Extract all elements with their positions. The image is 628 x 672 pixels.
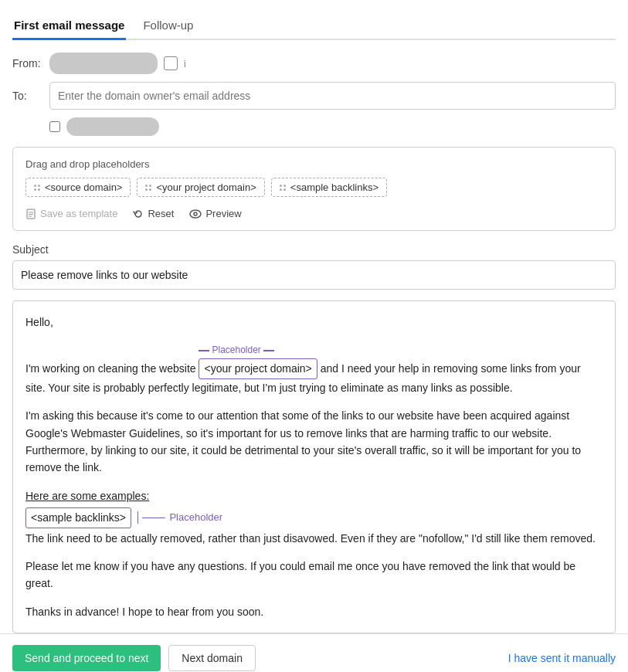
reset-icon [133, 209, 144, 219]
subject-input[interactable] [12, 260, 616, 290]
placeholder-box-title: Drag and drop placeholders [25, 158, 603, 170]
placeholder-tag-label-source: <source domain> [45, 182, 122, 193]
cc-checkbox[interactable] [49, 121, 60, 132]
body-para3-after: The link need to be actually removed, ra… [25, 530, 603, 547]
footer-left: Send and proceed to next Next domain [12, 645, 256, 671]
info-icon[interactable]: i [184, 58, 186, 70]
placeholder-backlinks-label: Placeholder [137, 510, 222, 526]
tab-first-email[interactable]: First email message [12, 12, 126, 40]
svg-point-4 [190, 210, 201, 218]
body-para1: I'm working on cleaning the website Plac… [25, 341, 603, 396]
footer: Send and proceed to next Next domain I h… [0, 633, 628, 672]
vert-line [137, 511, 139, 524]
placeholder-project-label: Placeholder [199, 343, 273, 358]
eye-icon [189, 209, 202, 219]
body-para3-intro: Here are some examples: [25, 487, 603, 504]
preview-label: Preview [205, 208, 241, 219]
tabs: First email message Follow-up [12, 12, 616, 40]
to-input[interactable] [49, 82, 616, 110]
reset-button[interactable]: Reset [133, 208, 174, 219]
placeholder-actions: Save as template Reset Preview [25, 208, 603, 219]
body-greeting: Hello, [25, 314, 603, 331]
subject-label: Subject [12, 243, 616, 256]
body-para5: Thanks in advance! I hope to hear from y… [25, 603, 603, 620]
cc-value [66, 117, 159, 136]
from-value [49, 53, 158, 74]
next-domain-button[interactable]: Next domain [168, 645, 256, 671]
placeholder-tag-label-project: <your project domain> [156, 182, 256, 193]
horiz-line [142, 518, 165, 519]
save-template-label: Save as template [40, 208, 117, 219]
body-area[interactable]: Hello, I'm working on cleaning the websi… [12, 300, 616, 633]
body-para1-before: I'm working on cleaning the website [25, 362, 199, 375]
body-placeholder-project: <your project domain> [199, 358, 317, 378]
placeholder-project-wrapper: Placeholder <your project domain> [199, 358, 317, 378]
placeholder-tag-project[interactable]: <your project domain> [137, 178, 264, 197]
file-icon [25, 209, 36, 219]
from-row: From: i [12, 53, 616, 74]
manual-link-button[interactable]: I have sent it manually [508, 652, 616, 664]
svg-point-5 [194, 212, 197, 216]
body-placeholder-backlinks: <sample backlinks> [25, 507, 131, 528]
body-para3-intro-text: Here are some examples: [25, 490, 149, 502]
to-label: To: [12, 90, 43, 102]
send-proceed-button[interactable]: Send and proceed to next [12, 645, 161, 671]
preview-button[interactable]: Preview [189, 208, 241, 219]
placeholder-tag-source[interactable]: <source domain> [25, 178, 131, 197]
drag-handle-project [145, 185, 151, 191]
body-para3-placeholder-row: <sample backlinks> Placeholder [25, 507, 603, 528]
checkbox-row [49, 117, 616, 136]
from-label: From: [12, 57, 43, 70]
to-row: To: [12, 82, 616, 110]
body-para3: Here are some examples: <sample backlink… [25, 487, 603, 547]
placeholder-tag-label-backlinks: <sample backlinks> [290, 182, 378, 193]
drag-handle-backlinks [280, 185, 286, 191]
drag-handle-source [34, 185, 40, 191]
reset-label: Reset [148, 208, 174, 219]
dash-right [263, 350, 274, 351]
tab-follow-up[interactable]: Follow-up [141, 12, 195, 40]
body-para4: Please let me know if you have any quest… [25, 558, 603, 592]
placeholder-box: Drag and drop placeholders <source domai… [12, 147, 616, 231]
placeholder-tags: <source domain> <your project domain> <s… [25, 178, 603, 197]
copy-icon[interactable] [164, 56, 178, 70]
body-para2: I'm asking this because it's come to our… [25, 407, 603, 477]
placeholder-tag-backlinks[interactable]: <sample backlinks> [271, 178, 387, 197]
save-template-button[interactable]: Save as template [25, 208, 117, 219]
dash-left [199, 350, 209, 351]
